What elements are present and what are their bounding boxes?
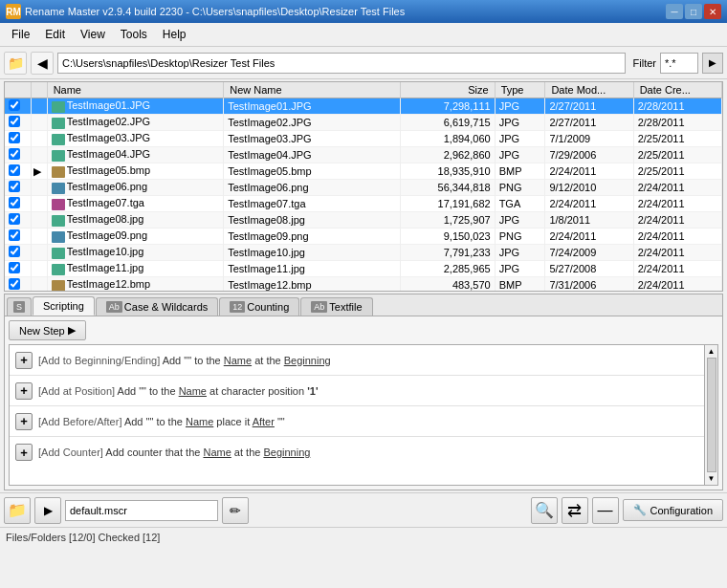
footer-play-button[interactable]: ▶ <box>34 497 61 524</box>
script-bracket: [Add Counter] <box>38 446 103 458</box>
table-row[interactable]: TestImage01.JPG TestImage01.JPG 7,298,11… <box>5 98 722 115</box>
footer-transfer-button[interactable]: ⇄ <box>562 497 588 524</box>
script-name-input[interactable] <box>65 500 218 521</box>
footer-edit-button[interactable]: ✏ <box>222 497 249 524</box>
row-name[interactable]: TestImage10.jpg <box>47 245 224 261</box>
minimize-button[interactable]: ─ <box>666 4 683 19</box>
menu-edit[interactable]: Edit <box>37 25 73 44</box>
scroll-down-arrow[interactable]: ▼ <box>708 474 716 483</box>
table-row[interactable]: TestImage10.jpg TestImage10.jpg 7,791,23… <box>5 245 722 261</box>
table-row[interactable]: TestImage03.JPG TestImage03.JPG 1,894,06… <box>5 131 722 147</box>
menu-tools[interactable]: Tools <box>113 25 155 44</box>
col-newname[interactable]: New Name <box>224 82 401 98</box>
footer-folder-button[interactable]: 📁 <box>4 497 31 524</box>
menu-help[interactable]: Help <box>155 25 194 44</box>
row-type: JPG <box>495 98 545 115</box>
menu-file[interactable]: File <box>4 25 37 44</box>
col-type[interactable]: Type <box>495 82 545 98</box>
script-add-button[interactable]: + <box>15 352 33 369</box>
menu-view[interactable]: View <box>73 25 113 44</box>
tab-case-wildcards[interactable]: Ab Case & Wildcards <box>96 297 218 316</box>
tab-scripting-icon[interactable]: S <box>7 297 32 316</box>
table-row[interactable]: TestImage09.png TestImage09.png 9,150,02… <box>5 229 722 245</box>
tab-scripting[interactable]: Scripting <box>33 296 95 316</box>
row-name[interactable]: TestImage07.tga <box>47 196 224 212</box>
row-name[interactable]: TestImage08.jpg <box>47 212 224 229</box>
row-date-cre: 2/24/2011 <box>633 180 721 196</box>
script-add-button[interactable]: + <box>15 382 33 400</box>
script-items-list[interactable]: + [Add to Beginning/Ending] Add "" to th… <box>9 344 705 486</box>
col-datemod[interactable]: Date Mod... <box>545 82 633 98</box>
script-add-button[interactable]: + <box>15 444 33 461</box>
table-row[interactable]: TestImage11.jpg TestImage11.jpg 2,285,96… <box>5 261 722 277</box>
script-underline: After <box>253 416 275 427</box>
table-row[interactable]: TestImage12.bmp TestImage12.bmp 483,570 … <box>5 277 722 293</box>
row-arrow <box>31 180 47 196</box>
table-row[interactable]: TestImage06.png TestImage06.png 56,344,8… <box>5 180 722 196</box>
script-item[interactable]: + [Add at Position] Add "" to the Name a… <box>10 376 704 406</box>
row-date-cre: 2/24/2011 <box>633 229 721 245</box>
row-checkbox[interactable] <box>5 229 31 245</box>
script-add-button[interactable]: + <box>15 413 33 430</box>
row-new-name: TestImage02.JPG <box>224 115 401 131</box>
table-row[interactable]: TestImage04.JPG TestImage04.JPG 2,962,86… <box>5 147 722 163</box>
col-datecre[interactable]: Date Cre... <box>633 82 721 98</box>
row-name[interactable]: TestImage12.bmp <box>47 277 224 293</box>
script-description: [Add Counter] Add counter that the Name … <box>38 446 698 458</box>
maximize-button[interactable]: □ <box>685 4 702 19</box>
row-name[interactable]: TestImage03.JPG <box>47 131 224 147</box>
path-input[interactable]: C:\Users\snapfiles\Desktop\Resizer Test … <box>57 53 626 74</box>
row-checkbox[interactable] <box>5 261 31 277</box>
row-checkbox[interactable] <box>5 131 31 147</box>
row-arrow <box>31 98 47 115</box>
table-row[interactable]: TestImage07.tga TestImage07.tga 17,191,6… <box>5 196 722 212</box>
footer-search-button[interactable]: 🔍 <box>531 497 558 524</box>
row-name[interactable]: TestImage05.bmp <box>47 163 224 180</box>
row-name[interactable]: TestImage02.JPG <box>47 115 224 131</box>
row-checkbox[interactable] <box>5 212 31 229</box>
row-checkbox[interactable] <box>5 147 31 163</box>
table-row[interactable]: TestImage08.jpg TestImage08.jpg 1,725,90… <box>5 212 722 229</box>
tab-textfile[interactable]: Ab Textfile <box>300 297 372 316</box>
go-button[interactable]: ▶ <box>702 53 723 74</box>
row-name[interactable]: TestImage01.JPG <box>47 98 224 115</box>
filter-input[interactable] <box>660 53 698 74</box>
back-button[interactable]: ◀ <box>31 52 54 75</box>
row-arrow <box>31 277 47 293</box>
file-list[interactable]: Name New Name Size Type Date Mod... Date… <box>4 81 723 292</box>
col-size[interactable]: Size <box>400 82 495 98</box>
script-item[interactable]: + [Add Before/After] Add "" to the Name … <box>10 406 704 437</box>
new-step-button[interactable]: New Step ▶ <box>9 320 86 340</box>
scroll-up-arrow[interactable]: ▲ <box>708 347 716 356</box>
row-date-mod: 2/27/2011 <box>545 98 633 115</box>
row-size: 17,191,682 <box>400 196 495 212</box>
col-name[interactable]: Name <box>47 82 224 98</box>
table-row[interactable]: ▶ TestImage05.bmp TestImage05.bmp 18,935… <box>5 163 722 180</box>
row-checkbox[interactable] <box>5 245 31 261</box>
tab-counting[interactable]: 12 Counting <box>219 297 299 316</box>
configuration-button[interactable]: 🔧 Configuration <box>623 499 723 521</box>
toolbar: 📁 ◀ C:\Users\snapfiles\Desktop\Resizer T… <box>0 47 727 79</box>
row-checkbox[interactable] <box>5 98 31 115</box>
row-checkbox[interactable] <box>5 115 31 131</box>
row-new-name: TestImage12.bmp <box>224 277 401 293</box>
row-date-mod: 2/27/2011 <box>545 115 633 131</box>
row-date-mod: 9/12/2010 <box>545 180 633 196</box>
close-button[interactable]: ✕ <box>704 4 721 19</box>
table-row[interactable]: TestImage02.JPG TestImage02.JPG 6,619,71… <box>5 115 722 131</box>
footer-dash-button[interactable]: — <box>592 497 619 524</box>
row-size: 56,344,818 <box>400 180 495 196</box>
row-checkbox[interactable] <box>5 180 31 196</box>
row-checkbox[interactable] <box>5 277 31 293</box>
script-item[interactable]: + [Add to Beginning/Ending] Add "" to th… <box>10 345 704 376</box>
row-checkbox[interactable] <box>5 163 31 180</box>
row-name[interactable]: TestImage06.png <box>47 180 224 196</box>
row-name[interactable]: TestImage11.jpg <box>47 261 224 277</box>
folder-button[interactable]: 📁 <box>4 52 27 75</box>
script-scrollbar[interactable]: ▲ ▼ <box>705 344 718 486</box>
row-checkbox[interactable] <box>5 196 31 212</box>
row-name[interactable]: TestImage09.png <box>47 229 224 245</box>
row-new-name: TestImage05.bmp <box>224 163 401 180</box>
row-name[interactable]: TestImage04.JPG <box>47 147 224 163</box>
script-item[interactable]: + [Add Counter] Add counter that the Nam… <box>10 437 704 468</box>
